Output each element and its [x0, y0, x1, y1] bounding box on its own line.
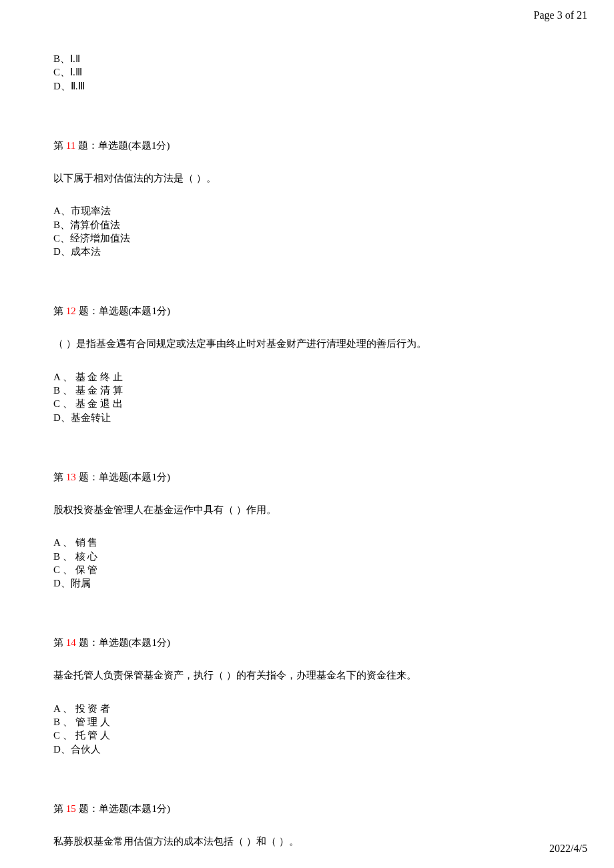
- option-line: C 、 基 金 退 出: [53, 397, 561, 410]
- option-line: B、清算价值法: [53, 218, 561, 232]
- question-number: 12: [66, 306, 76, 316]
- question-suffix: 题：单选题(本题1分): [76, 637, 170, 648]
- question-suffix: 题：单选题(本题1分): [76, 472, 170, 482]
- option-line: A 、 销 售: [53, 536, 561, 549]
- page-indicator: Page 3 of 21: [534, 9, 587, 21]
- question-number: 14: [66, 637, 76, 648]
- question-suffix: 题：单选题(本题1分): [75, 140, 170, 151]
- option-line: D、Ⅱ.Ⅲ: [53, 79, 561, 93]
- question-header: 第 13 题：单选题(本题1分): [53, 471, 561, 484]
- question-suffix: 题：单选题(本题1分): [76, 306, 170, 316]
- option-line: C、Ⅰ.Ⅲ: [53, 65, 561, 79]
- question-prefix: 第: [53, 472, 66, 482]
- option-line: B 、 核 心: [53, 550, 561, 563]
- option-line: C 、 保 管: [53, 563, 561, 576]
- question-number: 13: [66, 472, 76, 482]
- option-line: D、合伙人: [53, 743, 561, 756]
- option-line: D、基金转让: [53, 411, 561, 424]
- question-stem: 私募股权基金常用估值方法的成本法包括（ ）和（ ）。: [53, 834, 561, 849]
- question-options: A 、 投 资 者 B 、 管 理 人 C 、 托 管 人 D、合伙人: [53, 702, 561, 756]
- question-stem: 以下属于相对估值法的方法是（ ）。: [53, 171, 561, 186]
- question-prefix: 第: [53, 306, 66, 316]
- question-header: 第 14 题：单选题(本题1分): [53, 636, 561, 649]
- option-line: B 、 基 金 清 算: [53, 384, 561, 397]
- question-header: 第 11 题：单选题(本题1分): [53, 139, 561, 152]
- option-line: B 、 管 理 人: [53, 715, 561, 729]
- question-options: A、市现率法 B、清算价值法 C、经济增加值法 D、成本法: [53, 204, 561, 258]
- question-suffix: 题：单选题(本题1分): [76, 803, 170, 814]
- option-line: D、成本法: [53, 245, 561, 258]
- question-stem: 股权投资基金管理人在基金运作中具有（ ）作用。: [53, 502, 561, 518]
- question-stem: （ ）是指基金遇有合同规定或法定事由终止时对基金财产进行清理处理的善后行为。: [53, 336, 561, 352]
- option-line: A、市现率法: [53, 204, 561, 218]
- question-prefix: 第: [53, 637, 66, 648]
- option-line: C 、 托 管 人: [53, 729, 561, 742]
- option-line: C、经济增加值法: [53, 232, 561, 245]
- question-14: 第 14 题：单选题(本题1分) 基金托管人负责保管基金资产，执行（ ）的有关指…: [53, 636, 561, 756]
- question-stem: 基金托管人负责保管基金资产，执行（ ）的有关指令，办理基金名下的资金往来。: [53, 668, 561, 683]
- option-line: A 、 投 资 者: [53, 702, 561, 715]
- question-header: 第 15 题：单选题(本题1分): [53, 803, 561, 815]
- question-11: 第 11 题：单选题(本题1分) 以下属于相对估值法的方法是（ ）。 A、市现率…: [53, 139, 561, 259]
- option-line: B、Ⅰ.Ⅱ: [53, 52, 561, 65]
- question-number: 11: [66, 140, 75, 151]
- partial-question-options: B、Ⅰ.Ⅱ C、Ⅰ.Ⅲ D、Ⅱ.Ⅲ: [53, 52, 561, 93]
- question-12: 第 12 题：单选题(本题1分) （ ）是指基金遇有合同规定或法定事由终止时对基…: [53, 305, 561, 424]
- option-line: D、附属: [53, 576, 561, 590]
- question-options: A 、 基 金 终 止 B 、 基 金 清 算 C 、 基 金 退 出 D、基金…: [53, 370, 561, 424]
- footer-date: 2022/4/5: [549, 843, 587, 855]
- question-options: A 、 销 售 B 、 核 心 C 、 保 管 D、附属: [53, 536, 561, 590]
- page-content: B、Ⅰ.Ⅱ C、Ⅰ.Ⅲ D、Ⅱ.Ⅲ 第 11 题：单选题(本题1分) 以下属于相…: [53, 52, 561, 868]
- question-15: 第 15 题：单选题(本题1分) 私募股权基金常用估值方法的成本法包括（ ）和（…: [53, 803, 561, 868]
- question-prefix: 第: [53, 140, 66, 151]
- question-13: 第 13 题：单选题(本题1分) 股权投资基金管理人在基金运作中具有（ ）作用。…: [53, 471, 561, 590]
- question-prefix: 第: [53, 803, 66, 814]
- question-header: 第 12 题：单选题(本题1分): [53, 305, 561, 318]
- question-number: 15: [66, 803, 76, 814]
- option-line: A 、 基 金 终 止: [53, 370, 561, 384]
